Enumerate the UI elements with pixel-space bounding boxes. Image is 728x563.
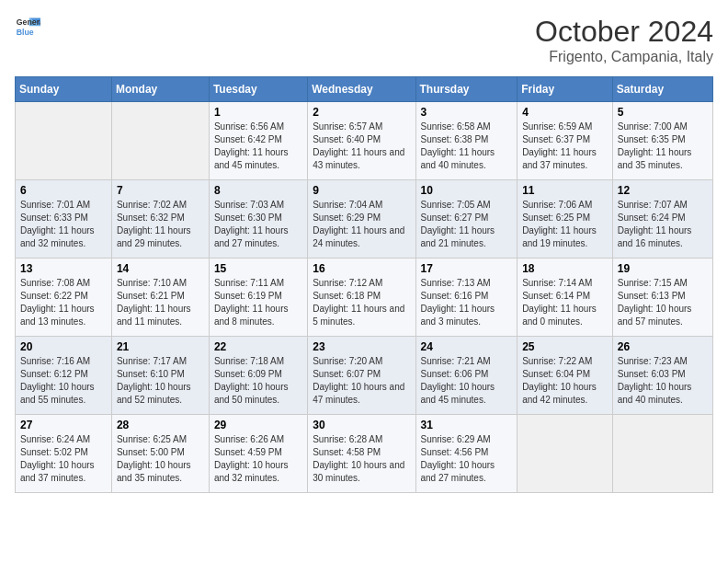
calendar-cell: 27Sunrise: 6:24 AMSunset: 5:02 PMDayligh… bbox=[16, 415, 112, 493]
calendar-cell: 23Sunrise: 7:20 AMSunset: 6:07 PMDayligh… bbox=[308, 337, 415, 415]
weekday-header: Saturday bbox=[612, 77, 712, 102]
day-number: 7 bbox=[117, 184, 204, 197]
title-block: October 2024 Frigento, Campania, Italy bbox=[535, 15, 713, 65]
day-number: 26 bbox=[618, 340, 708, 353]
day-info: Sunrise: 6:57 AMSunset: 6:40 PMDaylight:… bbox=[313, 121, 410, 172]
day-number: 31 bbox=[421, 419, 513, 431]
day-info: Sunrise: 7:00 AMSunset: 6:35 PMDaylight:… bbox=[618, 121, 708, 172]
day-info: Sunrise: 6:28 AMSunset: 4:58 PMDaylight:… bbox=[313, 433, 410, 485]
calendar-cell: 18Sunrise: 7:14 AMSunset: 6:14 PMDayligh… bbox=[518, 259, 613, 337]
calendar-cell: 11Sunrise: 7:06 AMSunset: 6:25 PMDayligh… bbox=[518, 180, 613, 259]
calendar-cell: 24Sunrise: 7:21 AMSunset: 6:06 PMDayligh… bbox=[415, 337, 518, 415]
weekday-header: Thursday bbox=[415, 77, 518, 102]
day-number: 10 bbox=[421, 184, 513, 197]
day-number: 13 bbox=[20, 262, 107, 275]
calendar-cell: 5Sunrise: 7:00 AMSunset: 6:35 PMDaylight… bbox=[612, 102, 712, 180]
day-number: 22 bbox=[214, 340, 302, 353]
calendar-week-row: 1Sunrise: 6:56 AMSunset: 6:42 PMDaylight… bbox=[16, 102, 713, 180]
day-info: Sunrise: 7:02 AMSunset: 6:32 PMDaylight:… bbox=[117, 199, 204, 250]
day-number: 11 bbox=[522, 184, 608, 197]
calendar-cell: 1Sunrise: 6:56 AMSunset: 6:42 PMDaylight… bbox=[209, 102, 307, 180]
day-number: 6 bbox=[20, 184, 107, 197]
calendar-cell bbox=[111, 102, 209, 180]
day-info: Sunrise: 7:12 AMSunset: 6:18 PMDaylight:… bbox=[313, 277, 410, 328]
day-number: 16 bbox=[313, 262, 410, 275]
day-info: Sunrise: 7:17 AMSunset: 6:10 PMDaylight:… bbox=[117, 355, 204, 407]
calendar-cell: 21Sunrise: 7:17 AMSunset: 6:10 PMDayligh… bbox=[111, 337, 209, 415]
calendar-cell: 20Sunrise: 7:16 AMSunset: 6:12 PMDayligh… bbox=[16, 337, 112, 415]
day-info: Sunrise: 7:05 AMSunset: 6:27 PMDaylight:… bbox=[421, 199, 513, 250]
calendar-cell: 10Sunrise: 7:05 AMSunset: 6:27 PMDayligh… bbox=[415, 180, 518, 259]
day-info: Sunrise: 6:58 AMSunset: 6:38 PMDaylight:… bbox=[421, 121, 513, 172]
day-info: Sunrise: 7:18 AMSunset: 6:09 PMDaylight:… bbox=[214, 355, 302, 407]
day-info: Sunrise: 7:04 AMSunset: 6:29 PMDaylight:… bbox=[313, 199, 410, 250]
day-info: Sunrise: 7:20 AMSunset: 6:07 PMDaylight:… bbox=[313, 355, 410, 407]
calendar-cell: 31Sunrise: 6:29 AMSunset: 4:56 PMDayligh… bbox=[415, 415, 518, 493]
day-number: 30 bbox=[313, 419, 410, 431]
day-info: Sunrise: 7:06 AMSunset: 6:25 PMDaylight:… bbox=[522, 199, 608, 250]
day-number: 29 bbox=[214, 419, 302, 431]
day-number: 24 bbox=[421, 340, 513, 353]
day-number: 18 bbox=[522, 262, 608, 275]
weekday-header: Monday bbox=[111, 77, 209, 102]
calendar-table: SundayMondayTuesdayWednesdayThursdayFrid… bbox=[15, 76, 713, 493]
day-info: Sunrise: 7:22 AMSunset: 6:04 PMDaylight:… bbox=[522, 355, 608, 407]
main-title: October 2024 bbox=[535, 15, 713, 49]
calendar-cell bbox=[518, 415, 613, 493]
calendar-cell: 12Sunrise: 7:07 AMSunset: 6:24 PMDayligh… bbox=[612, 180, 712, 259]
calendar-week-row: 20Sunrise: 7:16 AMSunset: 6:12 PMDayligh… bbox=[16, 337, 713, 415]
logo: General Blue bbox=[15, 15, 40, 40]
calendar-cell: 25Sunrise: 7:22 AMSunset: 6:04 PMDayligh… bbox=[518, 337, 613, 415]
weekday-header-row: SundayMondayTuesdayWednesdayThursdayFrid… bbox=[16, 77, 713, 102]
svg-text:Blue: Blue bbox=[17, 28, 34, 37]
day-number: 20 bbox=[20, 340, 107, 353]
day-number: 23 bbox=[313, 340, 410, 353]
day-number: 3 bbox=[421, 106, 513, 119]
calendar-cell: 13Sunrise: 7:08 AMSunset: 6:22 PMDayligh… bbox=[16, 259, 112, 337]
calendar-cell: 22Sunrise: 7:18 AMSunset: 6:09 PMDayligh… bbox=[209, 337, 307, 415]
calendar-cell: 9Sunrise: 7:04 AMSunset: 6:29 PMDaylight… bbox=[308, 180, 415, 259]
day-number: 21 bbox=[117, 340, 204, 353]
day-info: Sunrise: 6:25 AMSunset: 5:00 PMDaylight:… bbox=[117, 433, 204, 485]
day-number: 8 bbox=[214, 184, 302, 197]
calendar-cell bbox=[612, 415, 712, 493]
calendar-cell: 19Sunrise: 7:15 AMSunset: 6:13 PMDayligh… bbox=[612, 259, 712, 337]
calendar-week-row: 6Sunrise: 7:01 AMSunset: 6:33 PMDaylight… bbox=[16, 180, 713, 259]
day-info: Sunrise: 6:29 AMSunset: 4:56 PMDaylight:… bbox=[421, 433, 513, 485]
calendar-cell: 4Sunrise: 6:59 AMSunset: 6:37 PMDaylight… bbox=[518, 102, 613, 180]
page-header: General Blue October 2024 Frigento, Camp… bbox=[15, 15, 713, 65]
day-info: Sunrise: 6:59 AMSunset: 6:37 PMDaylight:… bbox=[522, 121, 608, 172]
calendar-cell: 14Sunrise: 7:10 AMSunset: 6:21 PMDayligh… bbox=[111, 259, 209, 337]
day-info: Sunrise: 7:10 AMSunset: 6:21 PMDaylight:… bbox=[117, 277, 204, 328]
day-number: 2 bbox=[313, 106, 410, 119]
day-number: 1 bbox=[214, 106, 302, 119]
day-number: 19 bbox=[618, 262, 708, 275]
day-number: 12 bbox=[618, 184, 708, 197]
day-info: Sunrise: 7:08 AMSunset: 6:22 PMDaylight:… bbox=[20, 277, 107, 328]
day-info: Sunrise: 7:11 AMSunset: 6:19 PMDaylight:… bbox=[214, 277, 302, 328]
calendar-cell: 3Sunrise: 6:58 AMSunset: 6:38 PMDaylight… bbox=[415, 102, 518, 180]
day-number: 25 bbox=[522, 340, 608, 353]
day-info: Sunrise: 7:23 AMSunset: 6:03 PMDaylight:… bbox=[618, 355, 708, 407]
calendar-cell: 6Sunrise: 7:01 AMSunset: 6:33 PMDaylight… bbox=[16, 180, 112, 259]
svg-text:General: General bbox=[17, 17, 40, 27]
day-info: Sunrise: 7:01 AMSunset: 6:33 PMDaylight:… bbox=[20, 199, 107, 250]
logo-icon: General Blue bbox=[15, 15, 40, 40]
calendar-cell: 16Sunrise: 7:12 AMSunset: 6:18 PMDayligh… bbox=[308, 259, 415, 337]
day-info: Sunrise: 7:03 AMSunset: 6:30 PMDaylight:… bbox=[214, 199, 302, 250]
calendar-cell: 26Sunrise: 7:23 AMSunset: 6:03 PMDayligh… bbox=[612, 337, 712, 415]
day-number: 4 bbox=[522, 106, 608, 119]
day-info: Sunrise: 6:26 AMSunset: 4:59 PMDaylight:… bbox=[214, 433, 302, 485]
calendar-cell: 30Sunrise: 6:28 AMSunset: 4:58 PMDayligh… bbox=[308, 415, 415, 493]
calendar-cell bbox=[16, 102, 112, 180]
weekday-header: Tuesday bbox=[209, 77, 307, 102]
day-number: 27 bbox=[20, 419, 107, 431]
calendar-cell: 17Sunrise: 7:13 AMSunset: 6:16 PMDayligh… bbox=[415, 259, 518, 337]
day-number: 28 bbox=[117, 419, 204, 431]
calendar-cell: 7Sunrise: 7:02 AMSunset: 6:32 PMDaylight… bbox=[111, 180, 209, 259]
day-number: 14 bbox=[117, 262, 204, 275]
day-info: Sunrise: 7:15 AMSunset: 6:13 PMDaylight:… bbox=[618, 277, 708, 328]
day-info: Sunrise: 7:14 AMSunset: 6:14 PMDaylight:… bbox=[522, 277, 608, 328]
weekday-header: Wednesday bbox=[308, 77, 415, 102]
day-number: 9 bbox=[313, 184, 410, 197]
